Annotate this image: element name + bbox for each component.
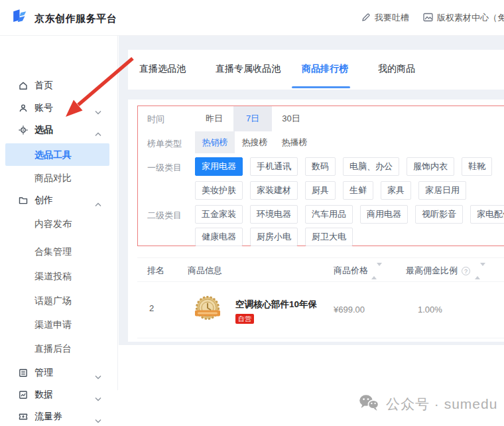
sidebar-item-selection-tool[interactable]: 选品工具 xyxy=(5,143,109,166)
rank-type-options: 热销榜 热搜榜 热播榜 xyxy=(195,131,314,153)
sidebar-item-selection[interactable]: 选品 xyxy=(0,119,118,141)
image-icon xyxy=(423,13,433,24)
category-chip-shoes[interactable]: 鞋靴 xyxy=(462,157,492,176)
jd-logo-icon xyxy=(11,8,29,29)
category-chip-home-improvement[interactable]: 家装建材 xyxy=(250,181,298,200)
tab-live-exclusive-pool[interactable]: 直播专属收品池 xyxy=(216,50,281,88)
category-chip-appliance-parts[interactable]: 家电配件 xyxy=(470,205,504,224)
category-chip-apparel[interactable]: 服饰内衣 xyxy=(407,157,454,176)
category-chip-hardware[interactable]: 五金家装 xyxy=(195,205,243,224)
time-option-30days[interactable]: 30日 xyxy=(272,106,310,131)
time-filter-options: 昨日 7日 30日 xyxy=(195,106,310,131)
feedback-button[interactable]: 我要吐槽 xyxy=(361,12,409,24)
chevron-up-icon xyxy=(95,127,101,139)
category-l2-row-2: 健康电器 厨房小电 厨卫大电 xyxy=(195,228,353,246)
category-chip-digital[interactable]: 数码 xyxy=(305,157,336,176)
chevron-down-icon xyxy=(95,414,101,426)
col-product-info: 商品信息 xyxy=(188,258,222,283)
time-filter-label: 时间 xyxy=(147,113,164,125)
rank-option-hot-sale[interactable]: 热销榜 xyxy=(195,131,235,153)
sidebar-item-home[interactable]: 首页 xyxy=(0,74,118,97)
sidebar-item-product-compare[interactable]: 商品对比 xyxy=(0,167,118,189)
chevron-down-icon xyxy=(95,370,101,382)
time-option-yesterday[interactable]: 昨日 xyxy=(195,106,233,131)
wechat-icon xyxy=(358,393,379,415)
product-name[interactable]: 空调核心部件10年保 xyxy=(235,299,317,311)
question-icon[interactable]: ? xyxy=(462,267,470,275)
sidebar-item-topic-square[interactable]: 话题广场 xyxy=(0,289,118,312)
app-title: 京东创作服务平台 xyxy=(34,13,117,25)
tab-my-products[interactable]: 我的商品 xyxy=(378,50,415,88)
self-operated-badge: 自营 xyxy=(235,314,254,324)
pencil-icon xyxy=(361,13,371,24)
price-sort-icon[interactable] xyxy=(371,259,382,283)
sidebar-item-manage[interactable]: 管理 xyxy=(0,362,118,384)
commission-value: 1.00% xyxy=(418,305,442,315)
content-panel: 时间 昨日 7日 30日 榜单类型 热销榜 热搜榜 热播榜 一级类目 家用电器 … xyxy=(128,100,504,342)
col-price: 商品价格 xyxy=(334,258,382,283)
sidebar: 首页 账号 选品 选品工具 商品对比 创作 内容发布 xyxy=(0,36,118,390)
category-chip-beauty[interactable]: 美妆护肤 xyxy=(195,181,243,200)
category-chip-phone[interactable]: 手机通讯 xyxy=(250,157,298,176)
app-logo[interactable]: 京东创作服务平台 xyxy=(11,8,117,29)
category-chip-home-daily[interactable]: 家居日用 xyxy=(418,181,466,200)
category-l1-row-1: 家用电器 手机通讯 数码 电脑、办公 服饰内衣 鞋靴 xyxy=(195,157,492,176)
list-icon xyxy=(18,368,29,378)
product-image[interactable] xyxy=(191,292,224,325)
rank-type-label: 榜单类型 xyxy=(147,138,182,150)
category-chip-kitchen-small[interactable]: 厨房小电 xyxy=(250,228,298,246)
user-icon xyxy=(18,103,29,113)
sidebar-item-collection-manage[interactable]: 合集管理 xyxy=(0,240,118,263)
sidebar-item-content-publish[interactable]: 内容发布 xyxy=(0,212,118,235)
sidebar-item-channel-submit[interactable]: 渠道投稿 xyxy=(0,265,118,287)
col-commission: 最高佣金比例? xyxy=(406,258,485,283)
category-chip-av-audio[interactable]: 视听影音 xyxy=(415,205,463,224)
table-row[interactable]: 2 空调核心部件10年保 自营 ¥699.00 1.00% xyxy=(137,282,504,338)
tab-product-ranking[interactable]: 商品排行榜 xyxy=(302,50,348,88)
target-icon xyxy=(18,125,29,135)
chevron-up-icon xyxy=(95,198,101,210)
rank-option-hot-search[interactable]: 热搜榜 xyxy=(235,131,275,153)
category-chip-health-appliance[interactable]: 健康电器 xyxy=(195,228,243,246)
sidebar-item-channel-apply[interactable]: 渠道申请 xyxy=(0,313,118,336)
active-tab-underline xyxy=(292,86,350,88)
category-chip-commercial-appliance[interactable]: 商用电器 xyxy=(360,205,408,224)
commission-sort-icon[interactable] xyxy=(475,259,485,283)
tab-bar: 直播选品池 直播专属收品池 商品排行榜 我的商品 xyxy=(128,50,504,90)
rank-value: 2 xyxy=(149,303,154,313)
sidebar-item-live-backend[interactable]: 直播后台 xyxy=(0,337,118,360)
app-header: 京东创作服务平台 我要吐槽 版权素材中心（免费 xyxy=(0,0,504,36)
sidebar-item-creation[interactable]: 创作 xyxy=(0,189,118,212)
watermark: 公众号 · sumedu xyxy=(358,393,497,415)
category-chip-kitchenware[interactable]: 厨具 xyxy=(305,181,336,200)
category-chip-auto-supplies[interactable]: 汽车用品 xyxy=(305,205,353,224)
filter-annotation-box: 时间 昨日 7日 30日 榜单类型 热销榜 热搜榜 热播榜 一级类目 家用电器 … xyxy=(137,106,504,246)
watermark-text: 公众号 · sumedu xyxy=(386,395,497,413)
chevron-down-icon xyxy=(95,106,101,117)
chevron-down-icon xyxy=(95,392,101,404)
category-chip-environment-appliance[interactable]: 环境电器 xyxy=(250,205,298,224)
folder-icon xyxy=(18,195,29,206)
category-l1-label: 一级类目 xyxy=(147,162,182,174)
chart-icon xyxy=(18,390,29,400)
category-chip-home-appliance[interactable]: 家用电器 xyxy=(195,157,243,176)
col-rank: 排名 xyxy=(147,258,164,283)
sidebar-item-data[interactable]: 数据 xyxy=(0,384,118,406)
rank-option-hot-play[interactable]: 热播榜 xyxy=(275,131,314,153)
category-chip-computer-office[interactable]: 电脑、办公 xyxy=(343,157,399,176)
category-chip-fresh[interactable]: 生鲜 xyxy=(343,181,373,200)
sidebar-item-account[interactable]: 账号 xyxy=(0,97,118,119)
copyright-material-center-button[interactable]: 版权素材中心（免费 xyxy=(423,12,504,24)
ticket-icon xyxy=(18,411,29,422)
time-option-7days[interactable]: 7日 xyxy=(233,106,272,131)
price-value: ¥699.00 xyxy=(334,305,365,315)
category-l2-label: 二级类目 xyxy=(147,210,182,222)
category-l2-row-1: 五金家装 环境电器 汽车用品 商用电器 视听影音 家电配件 xyxy=(195,205,504,224)
home-icon xyxy=(18,80,29,91)
table-header: 排名 商品信息 商品价格 最高佣金比例? xyxy=(137,257,504,282)
tab-live-selection-pool[interactable]: 直播选品池 xyxy=(139,50,186,88)
category-chip-kitchen-bath-large[interactable]: 厨卫大电 xyxy=(305,228,353,246)
category-chip-furniture[interactable]: 家具 xyxy=(381,181,411,200)
category-l1-row-2: 美妆护肤 家装建材 厨具 生鲜 家具 家居日用 xyxy=(195,181,466,200)
sidebar-item-traffic-coupon[interactable]: 流量券 xyxy=(0,405,118,426)
